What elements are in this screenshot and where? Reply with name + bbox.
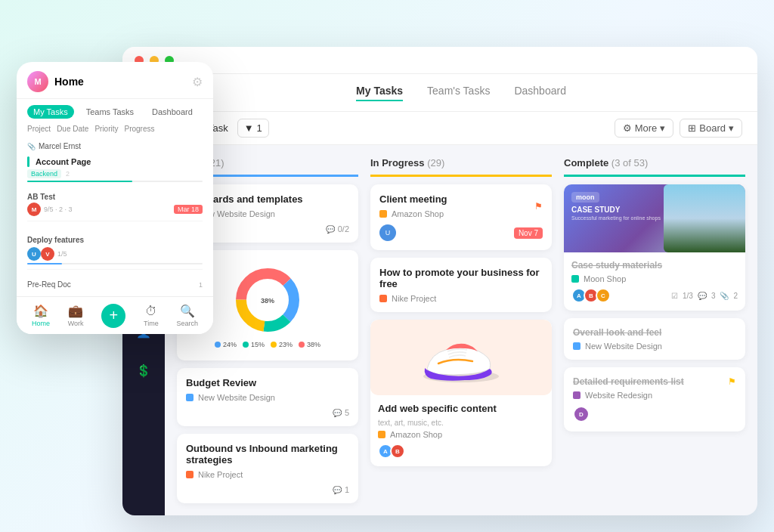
card-footer-budget: 💬 5 <box>186 408 349 417</box>
sidebar-dollar-icon[interactable]: 💲 <box>132 358 156 382</box>
mobile-filter-duedate[interactable]: Due Date <box>57 125 88 133</box>
card-title-promote: How to promote your business for free <box>379 267 543 289</box>
card-client-meeting: Client meeting Amazon Shop ⚑ U <box>370 184 552 250</box>
col-header-complete: Complete (3 of 53) <box>564 157 745 177</box>
card-project-overall: New Website Design <box>573 342 736 351</box>
project-dot <box>379 295 387 302</box>
mobile-task-title-account: Account Page <box>36 157 91 166</box>
mobile-tab-mytasks[interactable]: My Tasks <box>27 105 74 119</box>
card-project-case-study: Moon Shop <box>571 274 738 283</box>
main-content: My Tasks Team's Tasks Dashboard + Add Ta… <box>165 74 757 515</box>
case-study-body: Case study materials Moon Shop A B <box>564 252 745 311</box>
card-add-web-content: Add web specific content text, art, musi… <box>370 320 552 466</box>
svg-text:38%: 38% <box>261 297 274 305</box>
filter-count: 1 <box>257 122 262 134</box>
flag-icon: ⚑ <box>534 201 543 212</box>
filter-button[interactable]: ▼ 1 <box>237 119 269 138</box>
shoe-card-body: Add web specific content text, art, musi… <box>370 395 552 466</box>
mobile-nav-work[interactable]: 💼 Work <box>68 304 84 327</box>
mobile-task-meta: M 9/5 · 2 · 3 <box>27 203 73 216</box>
card-title-outbound: Outbound vs Inbound marketing strategies <box>186 443 349 466</box>
mobile-home-title: Home <box>54 76 84 88</box>
mobile-section-user: 📎 Marcel Ernst <box>17 139 213 153</box>
avatar: D <box>573 406 590 422</box>
avatar-2: B <box>390 444 405 459</box>
user-avatar: U <box>379 224 396 241</box>
mobile-filter-priority[interactable]: Priority <box>94 125 118 133</box>
card-title-budget: Budget Review <box>186 377 349 388</box>
mobile-add-button[interactable]: + <box>101 304 125 328</box>
more-button[interactable]: ⚙ More ▾ <box>615 119 674 138</box>
mobile-filters: Project Due Date Priority Progress <box>17 125 213 139</box>
mobile-tab-dashboard[interactable]: Dashboard <box>146 105 199 119</box>
case-study-image: moon CASE STUDY Successful marketing for… <box>564 184 745 252</box>
board-button[interactable]: ⊞ Board ▾ <box>680 119 742 138</box>
shoe-image <box>370 320 552 395</box>
browser-titlebar <box>122 47 757 74</box>
card-title-detailed: Detailed requirements list <box>573 376 684 387</box>
mobile-ab-test-task: AB Test M 9/5 · 2 · 3 Mar 18 <box>17 185 213 224</box>
mobile-filter-progress[interactable]: Progress <box>125 125 155 133</box>
mobile-user: M Home <box>27 71 84 92</box>
board-label: Board <box>699 122 726 134</box>
case-study-text: CASE STUDY <box>571 206 620 214</box>
project-dot <box>378 431 385 438</box>
mobile-settings-icon[interactable]: ⚙ <box>192 75 203 89</box>
avatars: A B C <box>571 288 611 303</box>
comment-icon: 💬 <box>333 409 342 417</box>
mobile-prereq-task: Pre-Req Doc 1 <box>17 273 213 290</box>
mobile-deploy-task: Deploy features U V 1/5 <box>17 224 213 273</box>
gear-icon: ⚙ <box>623 122 632 134</box>
comment-icon: 💬 <box>326 225 335 234</box>
donut-chart: 38% <box>230 262 305 338</box>
mobile-app: M Home ⚙ My Tasks Teams Tasks Dashboard … <box>17 62 213 334</box>
card-title-client: Client meeting <box>379 193 447 205</box>
kanban-area: To Do (21) Standards and templates New W… <box>165 145 757 515</box>
checklist-icon: ☑ <box>671 292 678 300</box>
mobile-nav-search[interactable]: 🔍 Search <box>177 304 199 327</box>
date-badge: Nov 7 <box>514 227 543 239</box>
comment-icon: 💬 <box>333 486 342 494</box>
card-outbound: Outbound vs Inbound marketing strategies… <box>177 434 358 503</box>
board-chevron-icon: ▾ <box>729 122 734 134</box>
card-meta: A B C ☑ 1/3 💬 3 📎 <box>571 288 738 303</box>
card-project-outbound: Nike Project <box>186 470 349 479</box>
mobile-header: M Home ⚙ <box>17 62 213 99</box>
card-project-web: Amazon Shop <box>378 430 544 439</box>
client-card-header: Client meeting Amazon Shop ⚑ <box>379 193 543 218</box>
mobile-date-badge: Mar 18 <box>174 205 203 214</box>
project-dot <box>571 275 579 283</box>
col-header-inprogress: In Progress (29) <box>370 157 552 177</box>
card-detailed-requirements: Detailed requirements list Website Redes… <box>564 367 745 431</box>
sky-background <box>664 184 745 252</box>
card-overall-look: Overall look and feel New Website Design <box>564 318 745 360</box>
filter-icon: ▼ <box>244 122 254 134</box>
more-label: More <box>635 122 658 134</box>
case-study-subtitle: Successful marketing for online shops <box>571 215 661 221</box>
card-stats: ☑ 1/3 💬 3 📎 2 <box>671 292 738 300</box>
card-title-web: Add web specific content <box>378 403 544 414</box>
project-dot <box>186 394 194 401</box>
tab-mytasks[interactable]: My Tasks <box>356 85 403 101</box>
card-case-study: moon CASE STUDY Successful marketing for… <box>564 184 745 311</box>
card-footer-outbound: 💬 1 <box>186 485 349 494</box>
project-dot <box>573 391 580 399</box>
column-complete: Complete (3 of 53) moon CASE STUDY Succe… <box>564 157 745 503</box>
avatar-3: C <box>596 288 611 303</box>
top-nav: My Tasks Team's Tasks Dashboard <box>165 74 757 112</box>
mobile-nav-time[interactable]: ⏱ Time <box>144 305 159 327</box>
mobile-nav-home[interactable]: 🏠 Home <box>32 304 50 327</box>
browser-window: P ● 🏠 📄 + 📁 🔍 👤 💲 My Tasks Team's Tasks … <box>122 47 757 515</box>
mobile-filter-project[interactable]: Project <box>27 125 51 133</box>
comment-icon: 💬 <box>698 292 707 300</box>
card-project-client: Amazon Shop <box>379 209 447 218</box>
card-subtitle: text, art, music, etc. <box>378 419 544 427</box>
tab-teamstasks[interactable]: Team's Tasks <box>427 85 490 101</box>
mobile-tab-teamstasks[interactable]: Teams Tasks <box>80 105 140 119</box>
tab-dashboard[interactable]: Dashboard <box>514 85 566 101</box>
project-dot <box>573 342 580 350</box>
toolbar: + Add Task ▼ 1 ⚙ More ▾ ⊞ Board <box>165 112 757 145</box>
moon-logo: moon <box>571 192 599 203</box>
project-dot <box>186 471 194 478</box>
flag-icon: ⚑ <box>728 376 736 387</box>
